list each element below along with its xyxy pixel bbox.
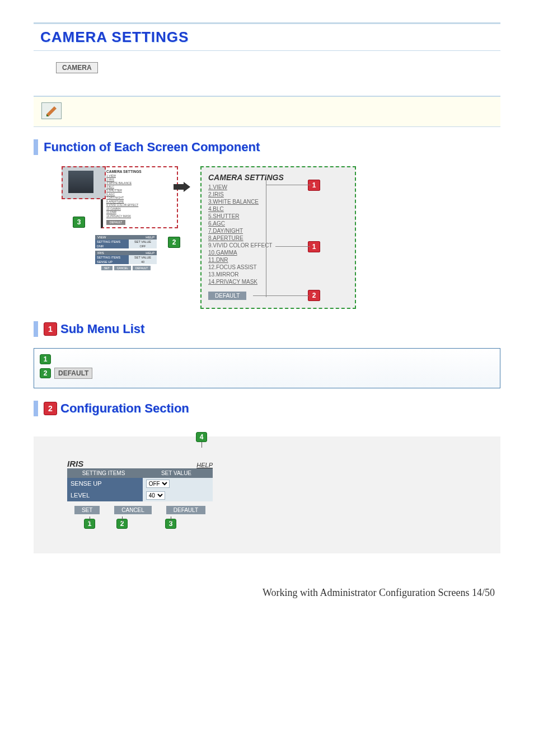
section-heading-text: Configuration Section — [60, 401, 189, 416]
row-label: SENSE UP — [67, 478, 143, 490]
callout-3: 3 — [73, 217, 85, 228]
sense-up-select[interactable]: OFF — [146, 480, 170, 488]
section-bar-icon — [34, 401, 38, 416]
badge-1-green: 1 — [40, 354, 51, 364]
mini-menu-list: CAMERA SETTINGS 1.VIEW 2.IRIS 3.WHITE BA… — [101, 166, 178, 228]
column-header-set-value: SET VALUE — [140, 468, 213, 478]
callout-4: 4 — [196, 432, 207, 442]
menu-item-mirror[interactable]: 13.MIRROR — [208, 271, 348, 278]
iris-header-row: SETTING ITEMS SET VALUE — [67, 468, 213, 478]
callout-1-red-top: 1 — [308, 180, 320, 191]
camera-tab-button[interactable]: CAMERA — [56, 62, 98, 73]
panel-heading: CAMERA SETTINGS — [208, 173, 348, 182]
submenu-box: 1 2 DEFAULT — [34, 348, 500, 388]
callout-2-green: 2 — [168, 237, 180, 248]
diagram-left-block: CAMERA SETTINGS 1.VIEW 2.IRIS 3.WHITE BA… — [62, 166, 178, 270]
section-bar-icon — [34, 139, 38, 155]
camera-preview-thumb — [62, 166, 106, 199]
section-heading-text: Function of Each Screen Component — [44, 140, 260, 154]
section-heading-text: Sub Menu List — [60, 322, 144, 336]
svg-marker-0 — [46, 106, 57, 116]
menu-item-aperture[interactable]: 8.APERTURE — [208, 235, 348, 241]
iris-row-sense-up: SENSE UP OFF — [67, 478, 213, 490]
note-band — [34, 96, 500, 127]
default-button[interactable]: DEFAULT — [166, 506, 205, 514]
mini-config-panel-view: VIEWHELP SETTING ITEMSSET VALUE DNROFF — [95, 235, 157, 248]
help-link[interactable]: HELP — [196, 462, 213, 468]
menu-item-privacy-mask[interactable]: 14.PRIVACY MASK — [208, 279, 348, 285]
menu-item-dnr[interactable]: 11.DNR — [208, 257, 348, 263]
diagram-area: CAMERA SETTINGS 1.VIEW 2.IRIS 3.WHITE BA… — [62, 166, 500, 309]
menu-item-vivid-color[interactable]: 9.VIVID COLOR EFFECT — [208, 242, 348, 248]
callout-1: 1 — [84, 519, 95, 529]
iris-panel: 4 IRIS HELP SETTING ITEMS SET VALUE SENS… — [67, 459, 213, 531]
mini-config-panel-iris: IRISHELP SETTING ITEMSSET VALUE SENSE UP… — [95, 251, 157, 270]
callout-2-red: 2 — [308, 290, 320, 301]
iris-buttons-row: SET CANCEL DEFAULT — [67, 501, 213, 514]
callout-1-red-mid: 1 — [308, 241, 320, 252]
section-heading-config: 2 Configuration Section — [34, 401, 500, 416]
page-header: CAMERA SETTINGS — [34, 22, 500, 51]
cancel-button[interactable]: CANCEL — [114, 506, 152, 514]
pencil-note-icon — [41, 102, 62, 119]
level-select[interactable]: 40 — [146, 491, 165, 500]
menu-item-focus-assist[interactable]: 12.FOCUS ASSIST — [208, 264, 348, 270]
callout-2: 2 — [116, 519, 128, 529]
config-box: 4 IRIS HELP SETTING ITEMS SET VALUE SENS… — [34, 436, 500, 553]
callout-3: 3 — [165, 519, 176, 529]
set-button[interactable]: SET — [74, 506, 100, 514]
row-label: LEVEL — [67, 490, 143, 501]
menu-item-shutter[interactable]: 5.SHUTTER — [208, 213, 348, 219]
menu-item-day-night[interactable]: 7.DAY/NIGHT — [208, 228, 348, 234]
page-footer: Working with Administrator Configuration… — [34, 587, 500, 599]
badge-2-red: 2 — [44, 402, 57, 415]
badge-2-green: 2 — [40, 368, 51, 378]
section-bar-icon — [34, 321, 38, 337]
mini-list-heading: CAMERA SETTINGS — [106, 170, 142, 173]
svg-marker-2 — [174, 182, 190, 192]
default-button[interactable]: DEFAULT — [54, 368, 92, 379]
badge-1-red: 1 — [44, 322, 57, 336]
menu-item-agc[interactable]: 6.AGC — [208, 220, 348, 227]
column-header-setting-items: SETTING ITEMS — [67, 468, 140, 478]
camera-settings-panel: CAMERA SETTINGS 1.VIEW 2.IRIS 3.WHITE BA… — [200, 166, 356, 309]
arrow-right-icon — [174, 182, 190, 192]
section-heading-submenu: 1 Sub Menu List — [34, 321, 500, 337]
menu-item-gamma[interactable]: 10.GAMMA — [208, 250, 348, 256]
iris-row-level: LEVEL 40 — [67, 490, 213, 501]
menu-item-iris[interactable]: 2.IRIS — [208, 191, 348, 198]
page-title: CAMERA SETTINGS — [40, 29, 494, 46]
menu-item-white-balance[interactable]: 3.WHITE BALANCE — [208, 199, 348, 205]
iris-title: IRIS — [67, 459, 83, 468]
default-button[interactable]: DEFAULT — [208, 292, 246, 300]
iris-marker-row: 1 2 3 — [67, 514, 213, 531]
section-heading-function: Function of Each Screen Component — [34, 139, 500, 155]
menu-item-blc[interactable]: 4.BLC — [208, 206, 348, 212]
